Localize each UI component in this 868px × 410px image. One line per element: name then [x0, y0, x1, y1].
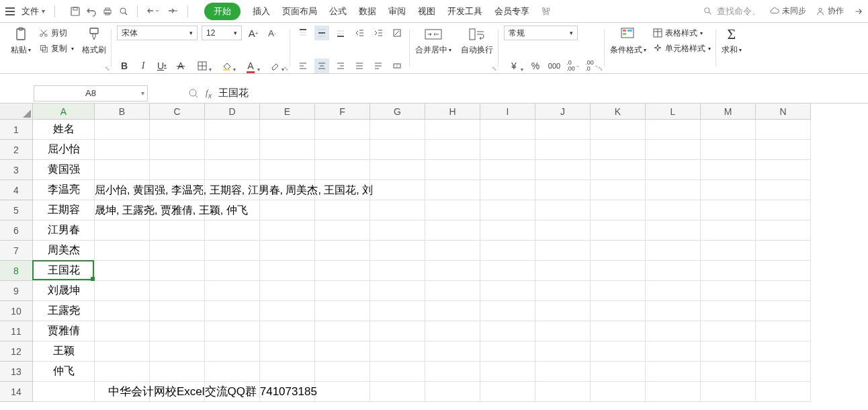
cell-D3[interactable]: [205, 160, 260, 180]
cell-C7[interactable]: [150, 241, 205, 261]
cell-H2[interactable]: [425, 140, 480, 160]
cell-A1[interactable]: 姓名: [33, 120, 95, 140]
cell-N2[interactable]: [756, 140, 811, 160]
cell-D1[interactable]: [205, 120, 260, 140]
cell-C11[interactable]: [150, 321, 205, 341]
cell-L3[interactable]: [646, 160, 701, 180]
cell-C1[interactable]: [150, 120, 205, 140]
cell-M11[interactable]: [701, 321, 756, 341]
strikethrough-button[interactable]: A: [173, 58, 188, 73]
cell-D6[interactable]: [205, 220, 260, 241]
cell-I3[interactable]: [480, 160, 535, 180]
cell-G2[interactable]: [370, 140, 425, 160]
sum-button[interactable]: Σ 求和▾: [722, 26, 742, 56]
cell-A12[interactable]: 王颖: [33, 341, 95, 362]
cell-E2[interactable]: [260, 140, 315, 160]
cell-M4[interactable]: [701, 180, 756, 200]
cell-N9[interactable]: [756, 281, 811, 301]
format-painter-button[interactable]: 格式刷: [82, 26, 106, 56]
cell-F10[interactable]: [315, 301, 370, 321]
cell-J3[interactable]: [535, 160, 591, 180]
cell-B13[interactable]: [95, 362, 150, 382]
cell-K14[interactable]: [591, 382, 646, 402]
cell-H11[interactable]: [425, 321, 480, 341]
cell-E3[interactable]: [260, 160, 315, 180]
row-header-13[interactable]: 13: [0, 362, 33, 382]
cell-I5[interactable]: [480, 200, 535, 220]
cell-C12[interactable]: [150, 341, 205, 362]
cell-E10[interactable]: [260, 301, 315, 321]
cell-N1[interactable]: [756, 120, 811, 140]
cell-K11[interactable]: [591, 321, 646, 341]
comma-icon[interactable]: 000: [547, 58, 562, 73]
cell-L8[interactable]: [646, 261, 701, 281]
font-color-button[interactable]: A: [241, 58, 261, 73]
tab-start[interactable]: 开始: [204, 3, 241, 20]
cell-M8[interactable]: [701, 261, 756, 281]
align-center-icon[interactable]: [314, 58, 329, 73]
cell-N12[interactable]: [756, 341, 811, 362]
cell-H5[interactable]: [425, 200, 480, 220]
column-header-L[interactable]: L: [646, 104, 701, 120]
cell-D13[interactable]: [205, 362, 260, 382]
row-header-1[interactable]: 1: [0, 120, 33, 140]
decrease-decimal-icon[interactable]: .00.0→: [584, 58, 599, 73]
cell-L7[interactable]: [646, 241, 701, 261]
cell-H4[interactable]: [425, 180, 480, 200]
row-header-7[interactable]: 7: [0, 241, 33, 261]
cell-F12[interactable]: [315, 341, 370, 362]
cell-K6[interactable]: [591, 220, 646, 241]
row-header-9[interactable]: 9: [0, 281, 33, 301]
cell-I11[interactable]: [480, 321, 535, 341]
cell-F9[interactable]: [315, 281, 370, 301]
cell-A9[interactable]: 刘晟坤: [33, 281, 95, 301]
cell-B1[interactable]: [95, 120, 150, 140]
cell-L13[interactable]: [646, 362, 701, 382]
cell-M2[interactable]: [701, 140, 756, 160]
merge-split-icon[interactable]: [390, 58, 404, 73]
cell-J1[interactable]: [535, 120, 591, 140]
cell-B2[interactable]: [95, 140, 150, 160]
tab-view[interactable]: 视图: [418, 5, 435, 17]
font-size-combo[interactable]: 12▾: [202, 26, 242, 40]
cell-I14[interactable]: [480, 382, 535, 402]
fx-icon[interactable]: fx: [206, 87, 212, 99]
formula-input[interactable]: 王国花: [218, 87, 249, 99]
row-header-6[interactable]: 6: [0, 220, 33, 241]
print-preview-icon[interactable]: [118, 6, 129, 17]
cell-B6[interactable]: [95, 220, 150, 241]
cell-A6[interactable]: 江男春: [33, 220, 95, 241]
cell-H9[interactable]: [425, 281, 480, 301]
column-header-A[interactable]: A: [33, 104, 95, 120]
table-style-button[interactable]: 表格样式▾: [653, 28, 711, 39]
cell-D12[interactable]: [205, 341, 260, 362]
cell-E13[interactable]: [260, 362, 315, 382]
number-format-combo[interactable]: 常规▾: [504, 26, 578, 40]
cell-L2[interactable]: [646, 140, 701, 160]
tab-formulas[interactable]: 公式: [329, 5, 347, 17]
cell-K4[interactable]: [591, 180, 646, 200]
cell-K1[interactable]: [591, 120, 646, 140]
cell-E7[interactable]: [260, 241, 315, 261]
cell-E8[interactable]: [260, 261, 315, 281]
distribute-icon[interactable]: [371, 58, 386, 73]
cell-B3[interactable]: [95, 160, 150, 180]
row-header-10[interactable]: 10: [0, 301, 33, 321]
cell-M1[interactable]: [701, 120, 756, 140]
paste-button[interactable]: 粘贴▾: [11, 26, 31, 56]
cell-J7[interactable]: [535, 241, 591, 261]
cell-H6[interactable]: [425, 220, 480, 241]
cell-B7[interactable]: [95, 241, 150, 261]
cell-M10[interactable]: [701, 301, 756, 321]
cell-D10[interactable]: [205, 301, 260, 321]
cell-A10[interactable]: 王露尧: [33, 301, 95, 321]
dialog-launcher-icon[interactable]: ⤡: [492, 65, 497, 72]
cell-A8[interactable]: 王国花: [33, 261, 95, 281]
cell-L6[interactable]: [646, 220, 701, 241]
redo-dropdown-icon[interactable]: [165, 6, 178, 17]
name-box[interactable]: A8 ▾: [34, 85, 148, 101]
undo-icon[interactable]: [86, 6, 97, 17]
cell-F7[interactable]: [315, 241, 370, 261]
cell-A2[interactable]: 屈小怡: [33, 140, 95, 160]
cell-A4[interactable]: 李温亮: [33, 180, 95, 200]
